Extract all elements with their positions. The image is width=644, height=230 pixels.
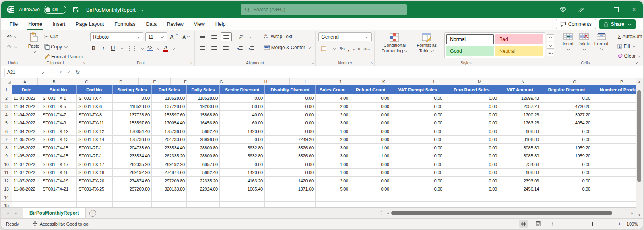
cell-E3[interactable]: 137728.80 <box>152 103 187 111</box>
scroll-left-arrow[interactable]: ◂ <box>387 211 389 215</box>
cell-G12[interactable]: 4163.20 <box>220 177 265 185</box>
gallery-down-button[interactable] <box>547 42 554 49</box>
cell-E12[interactable]: 297209.80 <box>152 177 187 185</box>
format-as-table-button[interactable]: Format as Table <box>411 32 442 55</box>
font-color-button[interactable]: A <box>163 45 168 52</box>
cell-B12[interactable]: ST001-TX-19 <box>41 177 77 185</box>
cell-N2[interactable]: 0.00 <box>541 94 592 103</box>
clear-button[interactable]: Clear <box>616 52 643 60</box>
cell-O13[interactable]: 6.00 <box>592 185 636 194</box>
cell-G9[interactable]: 5632.80 <box>220 152 265 161</box>
cell-B13[interactable]: ST001-TX-21 <box>41 185 77 194</box>
cell-L14[interactable] <box>444 193 499 202</box>
cell-G4[interactable]: 40.00 <box>220 111 265 119</box>
cell-L2[interactable]: 0.00 <box>444 94 499 103</box>
cell-F5[interactable]: 16456.80 <box>187 119 220 128</box>
cell-C5[interactable]: ST001-TX-11 <box>77 119 113 128</box>
column-header-D[interactable]: D <box>103 78 139 85</box>
cell-B4[interactable]: ST001-TX-7 <box>41 111 77 119</box>
zoom-value[interactable]: 100% <box>625 222 638 226</box>
horizontal-scrollbar[interactable]: ◂ ▸ <box>387 208 636 218</box>
cell-E11[interactable]: 274874.60 <box>152 169 187 177</box>
bottom-align-button[interactable] <box>221 32 232 41</box>
cell-N6[interactable]: 0.00 <box>541 127 592 136</box>
cell-I13[interactable]: 5.00 <box>316 185 350 194</box>
cell-H6[interactable]: 0.00 <box>265 127 316 136</box>
insert-function-button[interactable]: fx <box>73 69 82 75</box>
cell-H13[interactable]: 1371.60 <box>265 185 316 194</box>
cell-A15[interactable] <box>12 202 41 208</box>
tab-page-layout[interactable]: Page Layout <box>70 18 109 30</box>
cell-K3[interactable]: 0.00 <box>391 103 444 111</box>
cell-F10[interactable]: 6857.00 <box>187 160 220 169</box>
cell-N10[interactable]: 0.00 <box>541 160 592 169</box>
format-painter-button[interactable]: Format Painter <box>43 52 84 61</box>
column-header-B[interactable]: B <box>38 78 70 85</box>
font-dialog-launcher[interactable]: ↘ <box>190 61 193 65</box>
cell-B1[interactable]: Start No. <box>41 85 77 94</box>
tab-insert[interactable]: Insert <box>47 18 70 30</box>
cell-F6[interactable]: 5682.40 <box>187 127 220 136</box>
column-header-A[interactable]: A <box>12 78 38 85</box>
cell-F9[interactable]: 28800.80 <box>187 152 220 161</box>
increase-font-size-button[interactable]: A <box>169 33 179 41</box>
cell-C4[interactable]: ST001-TX-8 <box>77 111 113 119</box>
cell-D14[interactable] <box>113 193 152 202</box>
align-right-button[interactable] <box>221 44 231 53</box>
cell-E13[interactable]: 320133.80 <box>152 185 187 194</box>
cut-button[interactable]: ✂Cut <box>43 32 84 41</box>
column-header-N[interactable]: N <box>499 78 547 85</box>
cell-E1[interactable]: End Sales <box>152 85 187 94</box>
cell-H15[interactable] <box>265 202 316 208</box>
percent-style-button[interactable]: % <box>340 46 345 52</box>
tab-data[interactable]: Data <box>140 18 161 30</box>
row-header-2[interactable]: 2 <box>1 94 12 103</box>
cell-N14[interactable] <box>541 193 592 202</box>
row-header-12[interactable]: 12 <box>1 177 12 185</box>
cell-K8[interactable]: 0.00 <box>391 144 444 152</box>
cell-G8[interactable]: 5632.80 <box>220 144 265 152</box>
cell-H4[interactable]: 0.00 <box>265 111 316 119</box>
format-cells-button[interactable]: Format <box>592 32 611 51</box>
cell-K6[interactable]: 0.00 <box>391 127 444 136</box>
cell-J1[interactable]: Refund Count <box>350 85 391 94</box>
cell-H14[interactable] <box>265 193 316 202</box>
cell-J12[interactable]: 0.00 <box>350 177 391 185</box>
scroll-right-arrow[interactable]: ▸ <box>631 211 633 215</box>
cell-M11[interactable]: 608.83 <box>499 169 541 177</box>
save-icon[interactable] <box>73 7 79 13</box>
cell-M10[interactable]: 734.68 <box>499 160 541 169</box>
cell-O15[interactable] <box>592 202 636 208</box>
zoom-slider-handle[interactable] <box>592 222 593 226</box>
cell-K1[interactable]: VAT Exempt Sales <box>391 85 444 94</box>
cell-M8[interactable]: 3085.80 <box>499 144 541 152</box>
cell-M1[interactable]: VAT Amount <box>499 85 541 94</box>
cell-A5[interactable]: 11-04-2022 <box>12 119 41 128</box>
cell-C13[interactable]: ST001-TX-25 <box>77 185 113 194</box>
vertical-scroll-thumb[interactable] <box>637 90 641 182</box>
column-header-H[interactable]: H <box>242 78 290 85</box>
cell-O11[interactable]: 2.00 <box>592 169 636 177</box>
cell-L13[interactable]: 0.00 <box>444 185 499 194</box>
cell-E15[interactable] <box>152 202 187 208</box>
cell-B6[interactable]: ST001-TX-12 <box>41 127 77 136</box>
comma-style-button[interactable]: , <box>348 47 349 50</box>
maximize-button[interactable] <box>607 1 625 18</box>
align-center-button[interactable] <box>209 44 219 53</box>
underline-button[interactable]: U <box>109 45 116 51</box>
cell-A9[interactable]: 11-05-2022 <box>12 152 41 161</box>
cell-F15[interactable] <box>187 202 220 208</box>
cell-style-neutral[interactable]: Neutral <box>495 46 543 56</box>
cell-B5[interactable]: ST001-TX-9 <box>41 119 77 128</box>
row-header-4[interactable]: 4 <box>1 111 12 119</box>
column-header-F[interactable]: F <box>171 78 200 85</box>
cell-M14[interactable] <box>499 193 541 202</box>
cell-N9[interactable]: 1959.20 <box>541 152 592 161</box>
row-header-10[interactable]: 10 <box>1 160 12 169</box>
cell-I6[interactable]: 1.00 <box>316 127 350 136</box>
wrap-text-button[interactable]: abc Wrap Text <box>262 32 313 41</box>
cell-G6[interactable]: 1420.60 <box>220 127 265 136</box>
tab-view[interactable]: View <box>189 18 210 30</box>
cell-A11[interactable]: 11-07-2022 <box>12 169 41 177</box>
cell-E5[interactable]: 170054.40 <box>152 119 187 128</box>
